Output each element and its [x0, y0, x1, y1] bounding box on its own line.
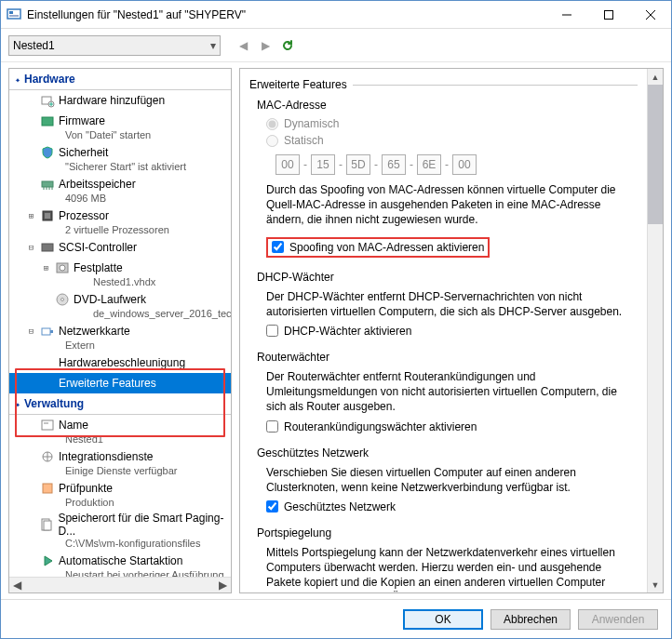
mac-seg-0[interactable]: 00 [276, 154, 300, 175]
section-hardware-label: Hardware [24, 73, 75, 86]
tree-cpu[interactable]: ⊞Prozessor 2 virtuelle Prozessoren [9, 206, 231, 237]
tree-hdd[interactable]: ⊞Festplatte Nested1.vhdx [9, 258, 231, 289]
mac-seg-5[interactable]: 00 [452, 154, 477, 175]
tree-firmware[interactable]: +Firmware Von "Datei" starten [9, 111, 231, 142]
svg-point-21 [60, 265, 65, 271]
firmware-icon [40, 113, 55, 128]
close-button[interactable] [629, 1, 671, 28]
tree-memory[interactable]: +Arbeitsspeicher 4096 MB [9, 174, 231, 206]
cpu-icon [40, 208, 55, 223]
highlight-box-spoofing: Spoofing von MAC-Adressen aktivieren [266, 237, 490, 258]
tree-integration[interactable]: +Integrationsdienste Einige Dienste verf… [9, 446, 231, 478]
chk-router-guard[interactable]: Routerankündigungswächter aktivieren [266, 420, 638, 433]
svg-rect-24 [42, 328, 50, 335]
svg-rect-1 [9, 11, 13, 14]
vm-selector-value: Nested1 [13, 39, 55, 52]
svg-rect-19 [42, 244, 53, 251]
toolbar: Nested1 ▾ ◀ ▶ [1, 29, 671, 62]
settings-detail-panel: Erweiterte Features MAC-Adresse Dynamisc… [239, 68, 664, 593]
nav-back[interactable]: ◀ [232, 34, 254, 57]
mac-seg-3[interactable]: 65 [382, 154, 406, 175]
app-icon [7, 7, 21, 22]
panel-title-row: Erweiterte Features [249, 78, 638, 91]
radio-mac-static[interactable]: Statisch [266, 134, 638, 147]
mac-address-row: 00- 15- 5D- 65- 6E- 00 [276, 154, 638, 175]
integration-icon [40, 449, 55, 464]
memory-icon [40, 177, 55, 192]
svg-rect-29 [43, 484, 52, 493]
name-icon [40, 418, 55, 433]
mac-seg-2[interactable]: 5D [346, 154, 370, 175]
svg-rect-2 [9, 15, 19, 17]
tree-security[interactable]: +Sicherheit "Sicherer Start" ist aktivie… [9, 142, 231, 174]
detail-vscrollbar[interactable]: ▲ ▼ [647, 69, 663, 592]
vm-selector[interactable]: Nested1 ▾ [8, 35, 221, 56]
group-port-mirroring: Portspiegelung Mittels Portspiegelung ka… [257, 526, 638, 592]
dvd-icon [55, 292, 70, 307]
tree-paging[interactable]: +Speicherort für die Smart Paging-D... C… [9, 510, 231, 551]
chk-dhcp-guard[interactable]: DHCP-Wächter aktivieren [266, 325, 638, 338]
settings-tree[interactable]: ✦ Hardware +Hardware hinzufügen +Firmwar… [9, 69, 231, 577]
svg-rect-12 [42, 181, 53, 187]
tree-extended-features[interactable]: +Erweiterte Features [9, 373, 231, 393]
tree-dvd[interactable]: +DVD-Laufwerk de_windows_server_2016_tec… [9, 289, 231, 321]
svg-point-23 [61, 299, 64, 301]
minimize-button[interactable] [545, 1, 587, 28]
hdd-icon [55, 260, 70, 275]
tree-hscrollbar[interactable]: ◀▶ [9, 577, 231, 592]
add-hw-icon [40, 93, 55, 108]
section-management: ✦ Verwaltung [9, 393, 231, 415]
mac-seg-1[interactable]: 15 [311, 154, 335, 175]
chk-protected-network[interactable]: Geschütztes Netzwerk [266, 500, 638, 513]
checkpoint-icon [40, 481, 55, 496]
radio-mac-dynamic[interactable]: Dynamisch [266, 117, 638, 130]
tree-autostart[interactable]: +Automatische Startaktion Neustart bei v… [9, 551, 231, 577]
tree-scsi[interactable]: ⊟SCSI-Controller [9, 237, 231, 258]
svg-marker-32 [45, 556, 52, 566]
svg-rect-18 [45, 213, 50, 219]
chevron-down-icon: ▾ [210, 39, 216, 52]
svg-rect-31 [44, 521, 51, 530]
refresh-button[interactable] [276, 34, 299, 57]
scsi-icon [40, 240, 55, 255]
window-title: Einstellungen für "Nested1" auf "SHYPERV… [27, 8, 545, 21]
svg-rect-11 [42, 117, 53, 126]
shield-icon [40, 145, 55, 160]
tree-checkpoints[interactable]: +Prüfpunkte Produktion [9, 478, 231, 510]
cancel-button[interactable]: Abbrechen [491, 609, 571, 630]
group-dhcp: DHCP-Wächter Der DHCP-Wächter entfernt D… [257, 271, 638, 338]
dialog-footer: OK Abbrechen Anwenden [1, 599, 671, 638]
tree-add-hardware[interactable]: +Hardware hinzufügen [9, 90, 231, 111]
autostart-icon [40, 553, 55, 568]
group-protected-network: Geschütztes Netzwerk Verschieben Sie die… [257, 446, 638, 513]
nav-forward[interactable]: ▶ [254, 34, 276, 57]
group-mac: MAC-Adresse Dynamisch Statisch 00- 15- 5… [257, 99, 638, 258]
svg-rect-25 [50, 330, 53, 333]
titlebar: Einstellungen für "Nested1" auf "SHYPERV… [1, 1, 671, 29]
nic-icon [40, 324, 55, 339]
apply-button[interactable]: Anwenden [578, 609, 658, 630]
paging-icon [39, 517, 54, 532]
svg-rect-26 [42, 420, 53, 430]
svg-rect-4 [604, 10, 612, 19]
tree-nic[interactable]: ⊟Netzwerkkarte Extern [9, 321, 231, 353]
mac-seg-4[interactable]: 6E [417, 154, 441, 175]
maximize-button[interactable] [587, 1, 629, 28]
panel-title: Erweiterte Features [249, 78, 347, 91]
tree-name[interactable]: +Name Nested1 [9, 415, 231, 446]
section-management-label: Verwaltung [24, 397, 84, 410]
settings-tree-panel: ✦ Hardware +Hardware hinzufügen +Firmwar… [8, 68, 232, 593]
group-router: Routerwächter Der Routerwächter entfernt… [257, 351, 638, 433]
chk-mac-spoofing[interactable] [272, 241, 284, 253]
ok-button[interactable]: OK [403, 609, 483, 630]
tree-hw-accel[interactable]: +Hardwarebeschleunigung [9, 353, 231, 373]
section-hardware: ✦ Hardware [9, 69, 231, 90]
